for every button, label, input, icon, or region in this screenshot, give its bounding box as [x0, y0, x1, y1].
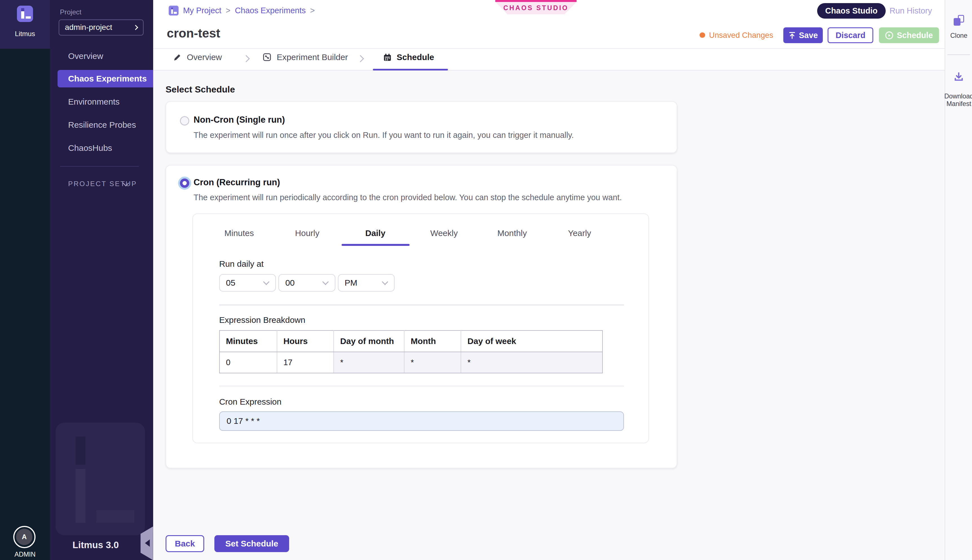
select-schedule-title: Select Schedule [165, 84, 235, 95]
breadcrumb: My Project > Chaos Experiments > [169, 6, 315, 15]
meridiem-select[interactable]: PM [338, 274, 395, 292]
meridiem-value: PM [345, 278, 357, 288]
run-daily-label: Run daily at [219, 259, 264, 269]
project-label: Project [60, 8, 82, 16]
set-schedule-button[interactable]: Set Schedule [214, 535, 289, 552]
chevron-right-icon [243, 55, 250, 62]
clone-button[interactable]: Clone [945, 15, 972, 40]
unsaved-changes-badge: Unsaved Changes [700, 31, 773, 40]
set-schedule-label: Set Schedule [225, 539, 278, 548]
chevron-right-icon [133, 25, 138, 30]
tab-schedule-label: Schedule [397, 52, 434, 62]
sidebar-item-environments[interactable]: Environments [50, 93, 153, 110]
cron-radio-selected[interactable] [180, 178, 189, 188]
schedule-content: Select Schedule Non-Cron (Single run) Th… [153, 70, 945, 560]
sidebar: Project admin-project Overview Chaos Exp… [50, 0, 153, 560]
litmus-watermark [55, 423, 145, 535]
builder-icon [262, 52, 272, 62]
cron-title: Cron (Recurring run) [193, 177, 280, 188]
back-button[interactable]: Back [165, 535, 204, 552]
non-cron-radio[interactable] [180, 116, 189, 125]
sidebar-item-overview[interactable]: Overview [50, 47, 153, 65]
value-day-of-month: * [334, 352, 404, 373]
col-minutes: Minutes [220, 330, 277, 352]
page-header: My Project > Chaos Experiments > CHAOS S… [153, 0, 945, 70]
chaos-studio-pill-label: Chaos Studio [825, 6, 877, 15]
expression-breakdown-table: Minutes Hours Day of month Month Day of … [219, 330, 603, 373]
project-select-value: admin-project [65, 23, 112, 32]
view-toggle-chaos-studio[interactable]: Chaos Studio [817, 3, 886, 18]
sidebar-item-chaos-experiments[interactable]: Chaos Experiments [58, 70, 153, 87]
minute-select[interactable]: 00 [278, 274, 335, 292]
breadcrumb-chaos-experiments[interactable]: Chaos Experiments [235, 6, 306, 15]
cron-tab-daily[interactable]: Daily [365, 228, 385, 238]
tab-builder-label: Experiment Builder [277, 52, 348, 62]
chevron-down-icon [263, 279, 269, 285]
chevron-down-icon [322, 279, 328, 285]
sidebar-item-chaoshubs[interactable]: ChaosHubs [50, 139, 153, 157]
project-select[interactable]: admin-project [59, 20, 143, 36]
litmus-logo-icon[interactable] [17, 6, 33, 22]
cron-tab-monthly[interactable]: Monthly [497, 228, 527, 238]
left-rail: Litmus A ADMIN [0, 0, 50, 560]
cron-expression-label: Cron Expression [219, 397, 282, 407]
breadcrumb-my-project[interactable]: My Project [183, 6, 222, 15]
avatar[interactable]: A [13, 526, 36, 548]
save-upload-icon [789, 32, 796, 39]
value-month: * [404, 352, 461, 373]
schedule-label: Schedule [897, 31, 933, 40]
cron-expression-input[interactable] [219, 412, 624, 431]
cron-desc: The experiment will run periodically acc… [193, 193, 622, 202]
minute-value: 00 [285, 278, 295, 288]
clone-label: Clone [945, 32, 972, 40]
panel-divider [219, 386, 624, 386]
table-header-row: Minutes Hours Day of month Month Day of … [220, 330, 602, 352]
tab-overview-label: Overview [187, 52, 222, 62]
discard-button[interactable]: Discard [828, 27, 873, 43]
sidebar-item-resilience-probes[interactable]: Resilience Probes [50, 116, 153, 134]
collapse-arrow-icon [145, 539, 150, 547]
ribbon-label: CHAOS STUDIO [495, 2, 577, 14]
schedule-button-disabled[interactable]: Schedule [879, 27, 939, 43]
cron-tab-weekly[interactable]: Weekly [430, 228, 457, 238]
version-label: Litmus 3.0 [72, 540, 119, 550]
cron-tab-yearly[interactable]: Yearly [568, 228, 591, 238]
tab-schedule[interactable]: Schedule [383, 52, 434, 62]
breadcrumb-separator: > [226, 6, 230, 15]
avatar-letter: A [16, 529, 32, 545]
non-cron-desc: The experiment will run once after you c… [193, 130, 574, 140]
pencil-icon [173, 53, 182, 62]
hour-value: 05 [226, 278, 235, 288]
view-toggle-run-history[interactable]: Run History [890, 6, 932, 15]
chaos-studio-ribbon: CHAOS STUDIO [495, 0, 577, 15]
download-manifest-button[interactable]: Download Manifest [945, 71, 972, 85]
cron-option-card[interactable]: Cron (Recurring run) The experiment will… [165, 165, 677, 468]
hour-select[interactable]: 05 [219, 274, 276, 292]
cron-tab-hourly[interactable]: Hourly [295, 228, 319, 238]
clone-icon [954, 15, 964, 26]
rail-divider [947, 54, 970, 55]
tab-overview[interactable]: Overview [173, 52, 222, 62]
non-cron-option-card[interactable]: Non-Cron (Single run) The experiment wil… [165, 101, 677, 153]
unsaved-label: Unsaved Changes [709, 31, 774, 40]
admin-label: ADMIN [0, 551, 50, 558]
value-hours: 17 [277, 352, 334, 373]
litmus-logo-label: Litmus [0, 30, 50, 38]
download-manifest-label: Download Manifest [940, 92, 972, 108]
save-button[interactable]: Save [783, 27, 823, 43]
download-icon [953, 71, 964, 82]
chevron-down-icon [382, 279, 388, 285]
project-setup-toggle[interactable]: PROJECT SETUP [68, 180, 137, 188]
panel-divider [219, 305, 624, 305]
cron-tab-minutes[interactable]: Minutes [224, 228, 254, 238]
breadcrumb-separator: > [310, 6, 315, 15]
page-title: cron-test [167, 26, 220, 40]
unsaved-dot-icon [700, 32, 705, 38]
studio-step-tabs: Overview Experiment Builder Schedule [153, 49, 945, 71]
tab-experiment-builder[interactable]: Experiment Builder [262, 52, 348, 62]
cron-settings-panel: Minutes Hourly Daily Weekly Monthly Year… [192, 213, 649, 443]
right-action-rail: Clone Download Manifest [945, 0, 972, 560]
ribbon-bar [495, 0, 577, 2]
back-label: Back [175, 539, 195, 548]
col-month: Month [404, 330, 461, 352]
